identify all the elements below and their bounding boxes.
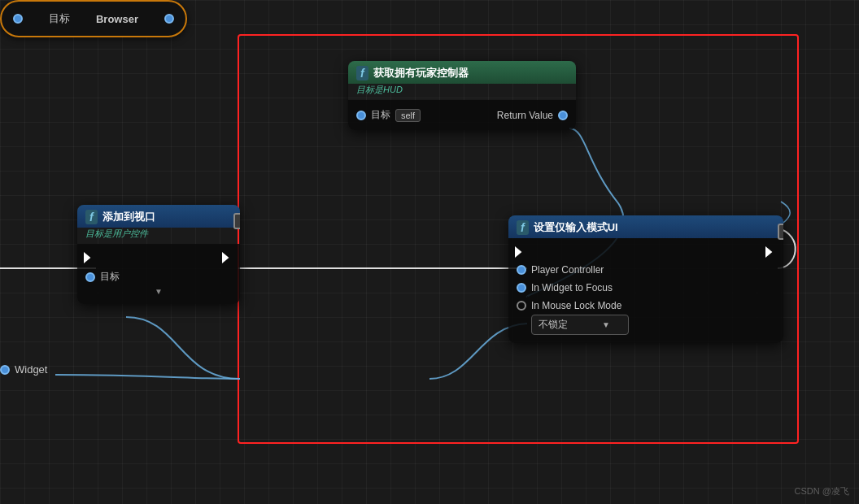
func-icon-set-input: f: [517, 220, 529, 235]
target-label: 目标: [371, 108, 390, 122]
node-set-input-title: 设置仅输入模式UI: [534, 220, 618, 235]
mouse-lock-label: In Mouse Lock Mode: [531, 300, 621, 311]
player-controller-row: Player Controller: [508, 261, 783, 279]
exec-pin-out-add-viewport: [222, 252, 233, 263]
node-set-input-header: f 设置仅输入模式UI: [508, 215, 783, 238]
watermark: CSDN @凌飞: [795, 485, 849, 497]
target-pin-in: [356, 111, 366, 120]
self-badge: self: [395, 109, 421, 122]
in-widget-row: In Widget to Focus: [508, 279, 783, 297]
widget-label: Widget: [15, 363, 47, 376]
return-value-pin: [558, 111, 568, 120]
node-add-viewport-target-row: 目标: [77, 267, 240, 287]
add-viewport-target-label: 目标: [100, 270, 120, 284]
exec-row-set-input: [508, 243, 783, 261]
mouse-lock-row: In Mouse Lock Mode 不锁定 ▼: [508, 297, 783, 338]
target-oval-node: 目标 Browser: [0, 0, 187, 37]
in-widget-label: In Widget to Focus: [531, 282, 613, 293]
widget-node: Widget: [0, 363, 47, 376]
node-get-controller-subtitle: 目标是HUD: [348, 84, 576, 100]
exec-row-add-viewport: [77, 249, 240, 267]
collapse-arrow: ▼: [77, 287, 240, 299]
node-set-input: f 设置仅输入模式UI Player Controller In Widget …: [508, 215, 783, 343]
set-input-right-connector: [778, 224, 783, 240]
add-viewport-target-pin: [85, 272, 95, 282]
exec-pin-in-set-input: [515, 246, 526, 258]
node-add-viewport: f 添加到视口 目标是用户控件 目标 ▼: [77, 205, 240, 304]
mouse-lock-dropdown[interactable]: 不锁定 ▼: [531, 315, 629, 335]
in-widget-pin: [517, 283, 526, 293]
node-get-controller-title: 获取拥有玩家控制器: [373, 66, 469, 80]
node-add-viewport-body: 目标 ▼: [77, 244, 240, 304]
func-icon-get-controller: f: [356, 66, 368, 80]
node-add-viewport-header: f 添加到视口: [77, 205, 240, 228]
node-add-viewport-subtitle: 目标是用户控件: [77, 228, 240, 244]
node-get-controller-header: f 获取拥有玩家控制器: [348, 61, 576, 84]
node-set-input-body: Player Controller In Widget to Focus In …: [508, 238, 783, 343]
widget-pin: [0, 365, 10, 375]
func-icon-add-viewport: f: [85, 210, 98, 224]
target-oval-left-label: 目标: [49, 11, 70, 26]
add-viewport-right-connector: [233, 213, 240, 229]
dropdown-value: 不锁定: [539, 318, 568, 332]
node-get-controller: f 获取拥有玩家控制器 目标是HUD 目标 self Return Value: [348, 61, 576, 130]
target-oval-left-pin: [13, 14, 23, 24]
node-get-controller-target-row: 目标 self Return Value: [348, 105, 576, 125]
dropdown-arrow-icon: ▼: [602, 320, 610, 329]
target-oval-right-label: Browser: [96, 13, 138, 25]
exec-pin-out-set-input: [765, 246, 777, 258]
return-value-label: Return Value: [497, 110, 553, 121]
node-get-controller-body: 目标 self Return Value: [348, 100, 576, 130]
exec-pin-in-add-viewport: [84, 252, 95, 263]
player-controller-pin: [517, 265, 526, 275]
mouse-lock-pin: [517, 301, 526, 311]
node-add-viewport-title: 添加到视口: [102, 210, 155, 224]
target-oval-right-pin: [164, 14, 174, 24]
player-controller-label: Player Controller: [531, 264, 604, 276]
